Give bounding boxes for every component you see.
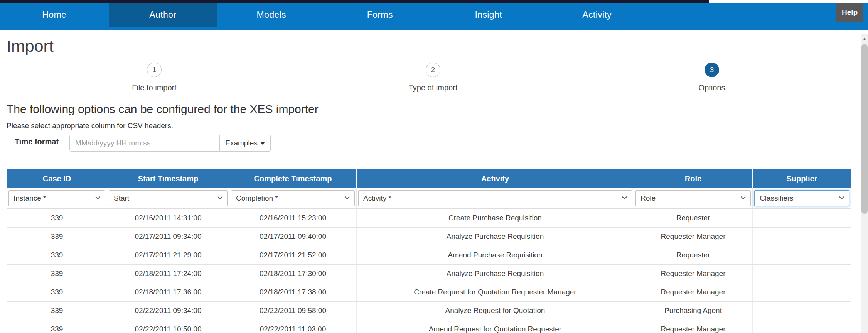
column-header-role: Role	[634, 169, 753, 188]
step-number-badge: 3	[705, 63, 719, 77]
table-cell: 02/18/2011 17:36:00	[107, 283, 229, 301]
table-cell: 339	[7, 227, 107, 246]
nav-item-forms[interactable]: Forms	[326, 3, 435, 27]
select-value: Activity *	[363, 194, 391, 203]
column-header-start-timestamp: Start Timestamp	[107, 169, 229, 188]
options-subheading: Please select appropriate column for CSV…	[7, 122, 173, 130]
filter-cell: Role	[634, 188, 753, 209]
table-row: 33902/17/2011 09:34:0002/17/2011 09:40:0…	[7, 227, 851, 246]
table-cell: 02/17/2011 21:52:00	[229, 246, 357, 264]
table-cell: Create Request for Quotation Requester M…	[357, 283, 634, 301]
table-cell: Amend Purchase Requisition	[357, 246, 634, 264]
chevron-down-icon	[622, 194, 627, 199]
table-cell: 02/22/2011 10:50:00	[107, 320, 229, 333]
wizard-step-type-of-import[interactable]: 2Type of import	[375, 63, 491, 92]
help-button[interactable]: Help	[836, 3, 863, 22]
mapping-select-role[interactable]: Role	[635, 190, 751, 206]
filter-cell: Start	[107, 188, 229, 209]
table-cell	[753, 246, 851, 264]
table-cell: Analyze Purchase Requisition	[357, 264, 634, 283]
table-cell	[753, 320, 851, 333]
time-format-input[interactable]	[69, 135, 220, 152]
column-header-complete-timestamp: Complete Timestamp	[229, 169, 357, 188]
chevron-down-icon	[217, 194, 222, 199]
table-cell: 339	[7, 209, 107, 227]
wizard-step-options[interactable]: 3Options	[654, 63, 770, 92]
table-cell: Purchasing Agent	[634, 301, 753, 320]
table-cell: 339	[7, 283, 107, 301]
table-cell: Analyze Purchase Requisition	[357, 227, 634, 246]
chevron-down-icon	[839, 194, 844, 199]
examples-button-label: Examples	[225, 139, 257, 147]
table-cell: Requester Manager	[634, 227, 753, 246]
nav-item-activity[interactable]: Activity	[543, 3, 652, 27]
mapping-select-activity[interactable]: Activity *	[358, 190, 632, 206]
import-preview-table: Case IDStart TimestampComplete Timestamp…	[7, 169, 851, 333]
table-cell: Requester Manager	[634, 283, 753, 301]
step-label: File to import	[96, 83, 212, 92]
step-label: Options	[654, 83, 770, 92]
nav-item-home[interactable]: Home	[0, 3, 109, 27]
select-value: Start	[114, 194, 129, 203]
table-row: 33902/17/2011 21:29:0002/17/2011 21:52:0…	[7, 246, 851, 264]
table-row: 33902/18/2011 17:24:0002/18/2011 17:30:0…	[7, 264, 851, 283]
table-cell: Create Purchase Requisition	[357, 209, 634, 227]
table-cell: 02/16/2011 15:23:00	[229, 209, 357, 227]
table-row: 33902/22/2011 10:50:0002/22/2011 11:03:0…	[7, 320, 851, 333]
table-cell: 02/17/2011 09:40:00	[229, 227, 357, 246]
time-format-label: Time format	[15, 137, 59, 146]
mapping-select-supplier[interactable]: Classifiers	[754, 190, 849, 206]
table-cell: 02/22/2011 11:03:00	[229, 320, 357, 333]
nav-item-insight[interactable]: Insight	[434, 3, 543, 27]
table-cell: 339	[7, 320, 107, 333]
nav-item-author[interactable]: Author	[109, 3, 217, 27]
filter-cell: Classifiers	[753, 188, 851, 209]
step-label: Type of import	[375, 83, 491, 92]
column-mapping-filter-row: Instance *StartCompletion *Activity *Rol…	[7, 188, 851, 209]
table-cell: 339	[7, 246, 107, 264]
mapping-select-complete-timestamp[interactable]: Completion *	[231, 190, 355, 206]
vertical-scrollbar[interactable]: ▲	[861, 34, 868, 333]
table-cell: 02/17/2011 09:34:00	[107, 227, 229, 246]
chevron-down-icon	[741, 194, 746, 199]
table-cell	[753, 209, 851, 227]
table-cell: Requester Manager	[634, 264, 753, 283]
table-cell	[753, 264, 851, 283]
caret-down-icon	[260, 142, 265, 145]
scrollbar-up-arrow-icon[interactable]: ▲	[861, 34, 868, 43]
table-cell: Requester	[634, 246, 753, 264]
table-cell: 02/22/2011 09:34:00	[107, 301, 229, 320]
table-cell: 02/18/2011 17:24:00	[107, 264, 229, 283]
column-header-activity: Activity	[357, 169, 634, 188]
wizard-step-file-to-import[interactable]: 1File to import	[96, 63, 212, 92]
table-cell: 339	[7, 301, 107, 320]
examples-dropdown-button[interactable]: Examples	[219, 135, 271, 152]
table-cell	[753, 227, 851, 246]
table-cell: Requester Manager	[634, 320, 753, 333]
filter-cell: Completion *	[229, 188, 357, 209]
table-header-row: Case IDStart TimestampComplete Timestamp…	[7, 169, 851, 188]
table-cell: 02/18/2011 17:38:00	[229, 283, 357, 301]
table-cell: Requester	[634, 209, 753, 227]
table-cell: Amend Request for Quotation Requester	[357, 320, 634, 333]
table-cell: 02/17/2011 21:29:00	[107, 246, 229, 264]
mapping-select-start-timestamp[interactable]: Start	[109, 190, 228, 206]
options-heading: The following options can be configured …	[7, 103, 319, 116]
scrollbar-thumb[interactable]	[861, 44, 868, 214]
chevron-down-icon	[95, 194, 100, 199]
step-number-badge: 2	[426, 63, 440, 77]
select-value: Instance *	[13, 194, 46, 203]
table-cell	[753, 283, 851, 301]
table-cell: 02/18/2011 17:30:00	[229, 264, 357, 283]
filter-cell: Activity *	[357, 188, 634, 209]
select-value: Completion *	[236, 194, 278, 203]
column-header-supplier: Supplier	[753, 169, 851, 188]
page-title: Import	[7, 37, 54, 56]
select-value: Role	[640, 194, 656, 203]
nav-item-models[interactable]: Models	[217, 3, 326, 27]
mapping-select-case-id[interactable]: Instance *	[8, 190, 105, 206]
filter-cell: Instance *	[7, 188, 107, 209]
table-row: 33902/22/2011 09:34:0002/22/2011 09:58:0…	[7, 301, 851, 320]
column-header-case-id: Case ID	[7, 169, 107, 188]
table-cell	[753, 301, 851, 320]
